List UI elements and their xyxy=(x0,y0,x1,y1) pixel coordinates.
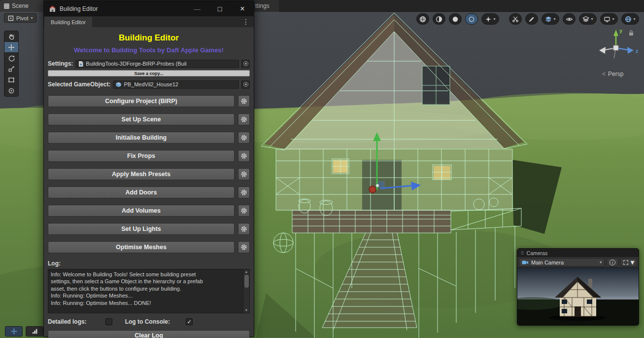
configure-project-settings-button[interactable] xyxy=(238,95,250,107)
gameobject-object-field[interactable]: PB_MedVil2_House12 xyxy=(113,80,239,89)
projection-toggle[interactable]: < Persp xyxy=(602,71,623,77)
set-up-scene-button[interactable]: Set Up Scene xyxy=(48,113,235,125)
cameras-overlay-title: Cameras xyxy=(527,250,548,256)
fix-props-settings-button[interactable] xyxy=(238,150,250,162)
levels-icon xyxy=(32,328,38,335)
grid-snap-overlay-button[interactable] xyxy=(26,326,43,337)
scale-tool-button[interactable] xyxy=(4,64,18,75)
camera-info-button[interactable]: i xyxy=(607,258,618,266)
rect-tool-button[interactable] xyxy=(4,75,18,85)
camera-expand-button[interactable]: ▾ xyxy=(620,258,637,266)
chevron-down-icon: ▾ xyxy=(633,17,635,21)
half-shaded-sphere-icon xyxy=(436,16,442,23)
scroll-up-icon[interactable]: ▲ xyxy=(245,270,248,274)
tab-building-editor[interactable]: Building Editor xyxy=(44,17,92,27)
chevron-down-icon: ▾ xyxy=(553,17,555,21)
rect-icon xyxy=(8,76,15,83)
shaded-sphere-button[interactable] xyxy=(416,13,429,25)
scriptable-object-icon xyxy=(78,61,84,67)
window-titlebar[interactable]: Building Editor — □ × xyxy=(44,1,254,16)
gizmo-z-cone[interactable] xyxy=(627,47,634,54)
camera-select-dropdown[interactable]: Main Camera ▾ xyxy=(519,258,605,266)
shaded-sphere-icon xyxy=(419,16,426,23)
gizmo-y-cone[interactable] xyxy=(613,30,618,36)
set-up-scene-settings-button[interactable] xyxy=(238,113,250,125)
configure-project-button[interactable]: Configure Project (BIRP) xyxy=(48,95,235,107)
layers-dropdown-button[interactable]: ▾ xyxy=(542,13,559,25)
close-button[interactable]: × xyxy=(231,1,254,16)
minimize-icon: — xyxy=(194,5,201,13)
custom-tool-icon xyxy=(8,87,15,94)
transform-overlay-button[interactable] xyxy=(5,326,23,337)
detailed-logs-label: Detailed logs: xyxy=(48,318,87,325)
highlight-ring-icon xyxy=(468,16,475,23)
optimise-meshes-button[interactable]: Optimise Meshes xyxy=(48,241,235,253)
scene-view-options-toolbar: ▾ ▾ ▾ xyxy=(416,13,639,25)
log-scrollbar[interactable]: ▲ ▼ xyxy=(243,269,249,313)
cut-tool-button[interactable] xyxy=(509,13,522,25)
filled-circle-button[interactable] xyxy=(449,13,462,25)
save-copy-button[interactable]: Save a copy... xyxy=(48,70,250,76)
move-tool-button[interactable] xyxy=(4,42,18,53)
cameras-overlay-header[interactable]: ⠿ Cameras xyxy=(517,249,639,257)
camera-icon xyxy=(522,260,529,265)
clear-log-button[interactable]: Clear Log xyxy=(48,330,250,338)
add-doors-button[interactable]: Add Doors xyxy=(48,187,235,198)
button-label: Set Up Scene xyxy=(122,116,161,123)
visibility-toggle-button[interactable] xyxy=(563,13,576,25)
eye-icon xyxy=(566,16,573,23)
gear-icon xyxy=(240,225,247,232)
apply-mesh-presets-settings-button[interactable] xyxy=(238,168,250,180)
gear-icon xyxy=(240,189,247,196)
action-row: Add Doors xyxy=(48,187,250,198)
move-icon xyxy=(11,328,17,335)
settings-object-field[interactable]: BuildingTools-3DForge-BIRP-Probes (Buil xyxy=(75,60,239,68)
tab-scene[interactable]: Scene xyxy=(0,0,43,12)
button-label: Add Volumes xyxy=(122,207,161,214)
tab-partial-settings[interactable]: ttings xyxy=(253,0,279,12)
lock-icon[interactable] xyxy=(628,30,635,37)
custom-tool-button[interactable] xyxy=(4,85,18,96)
gameobject-object-picker-button[interactable] xyxy=(241,80,250,89)
initialise-building-button[interactable]: Initialise Building xyxy=(48,132,235,144)
maximize-icon: □ xyxy=(218,5,222,13)
close-icon: × xyxy=(240,4,244,13)
scale-icon xyxy=(8,66,15,73)
optimise-meshes-settings-button[interactable] xyxy=(238,241,250,253)
gizmo-center-cube[interactable] xyxy=(613,45,618,50)
set-up-lights-button[interactable]: Set Up Lights xyxy=(48,223,235,235)
detailed-logs-checkbox[interactable] xyxy=(105,318,112,325)
stack-dropdown-button[interactable]: ▾ xyxy=(579,13,597,25)
gear-icon xyxy=(240,152,247,159)
drag-handle-icon[interactable]: ⠿ xyxy=(521,251,524,256)
add-volumes-button[interactable]: Add Volumes xyxy=(48,205,235,217)
log-options-row: Detailed logs: Log to Console: ✓ xyxy=(48,318,250,326)
building-editor-window: Building Editor — □ × Building Editor ⋮ … xyxy=(43,1,254,337)
add-volumes-settings-button[interactable] xyxy=(238,205,250,217)
settings-object-picker-button[interactable] xyxy=(241,60,250,68)
window-title: Building Editor xyxy=(60,5,186,12)
hand-tool-button[interactable] xyxy=(4,31,18,42)
scroll-down-icon[interactable]: ▼ xyxy=(245,308,248,312)
scroll-thumb[interactable] xyxy=(244,275,249,288)
pivot-dropdown[interactable]: Pivot ▾ xyxy=(4,13,36,23)
display-dropdown-button[interactable]: ▾ xyxy=(600,13,618,25)
apply-mesh-presets-button[interactable]: Apply Mesh Presets xyxy=(48,168,235,180)
fix-props-button[interactable]: Fix Props xyxy=(48,150,235,162)
annotate-tool-button[interactable] xyxy=(525,13,538,25)
minimize-button[interactable]: — xyxy=(186,1,208,16)
move-icon xyxy=(8,44,15,51)
add-doors-settings-button[interactable] xyxy=(238,187,250,198)
window-menu-button[interactable]: ⋮ xyxy=(242,18,254,27)
set-up-lights-settings-button[interactable] xyxy=(238,223,250,235)
highlight-ring-button[interactable] xyxy=(465,13,478,25)
gizmo-x-handle[interactable] xyxy=(369,186,376,193)
rotate-tool-button[interactable] xyxy=(4,53,18,64)
gizmo-x-cone[interactable] xyxy=(599,47,606,54)
world-dropdown-button[interactable]: ▾ xyxy=(621,13,639,25)
log-to-console-checkbox[interactable]: ✓ xyxy=(186,318,193,325)
maximize-button[interactable]: □ xyxy=(208,1,231,16)
initialise-building-settings-button[interactable] xyxy=(238,132,250,144)
half-shaded-sphere-button[interactable] xyxy=(433,13,445,25)
effects-dropdown-button[interactable]: ▾ xyxy=(481,13,499,25)
